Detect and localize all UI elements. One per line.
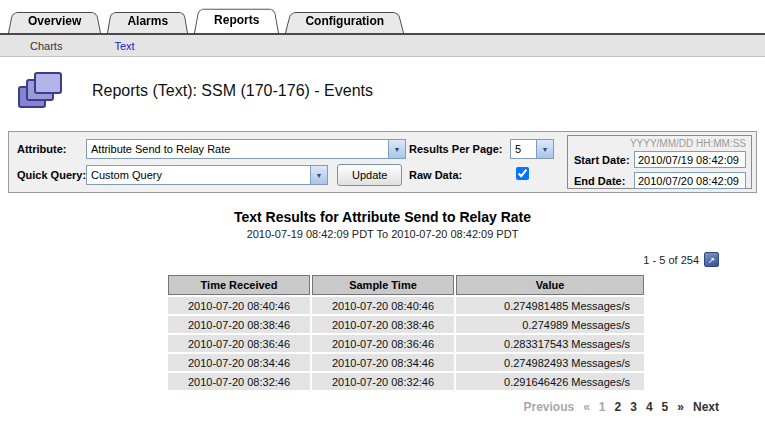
tab-configuration-label: Configuration — [305, 14, 384, 28]
reports-text-page: Overview Alarms Reports Configuration Ch… — [0, 0, 765, 423]
query-panel: Attribute: Attribute Send to Relay Rate … — [8, 131, 757, 193]
column-header: Value — [456, 275, 644, 295]
table-cell: 2010-07-20 08:34:46 — [312, 354, 454, 371]
table-row: 2010-07-20 08:34:462010-07-20 08:34:460.… — [168, 354, 644, 371]
date-range-box: YYYY/MM/DD HH:MM:SS Start Date: End Date… — [567, 135, 752, 189]
pagination-pages: 12345 — [599, 400, 668, 414]
quick-query-select[interactable]: Custom Query — [86, 165, 328, 185]
tab-configuration[interactable]: Configuration — [285, 10, 404, 33]
attribute-select-value: Attribute Send to Relay Rate — [87, 143, 388, 155]
table-cell: 2010-07-20 08:38:46 — [168, 316, 310, 333]
results-per-page-label: Results Per Page: — [409, 143, 503, 155]
tab-overview-label: Overview — [28, 14, 81, 28]
column-header: Time Received — [168, 275, 310, 295]
start-date-input[interactable] — [634, 151, 746, 168]
chevron-down-icon — [310, 166, 327, 184]
update-button[interactable]: Update — [337, 164, 402, 186]
table-row: 2010-07-20 08:40:462010-07-20 08:40:460.… — [168, 297, 644, 314]
table-row: 2010-07-20 08:32:462010-07-20 08:32:460.… — [168, 373, 644, 390]
title-block: Reports (Text): SSM (170-176) - Events — [0, 57, 765, 117]
page-number-link[interactable]: 2 — [615, 400, 622, 414]
export-icon[interactable] — [704, 252, 719, 267]
table-cell: 2010-07-20 08:36:46 — [168, 335, 310, 352]
chevron-down-icon — [388, 140, 405, 158]
quick-query-select-value: Custom Query — [87, 169, 310, 181]
reports-stack-icon — [18, 71, 66, 111]
table-cell: 2010-07-20 08:34:46 — [168, 354, 310, 371]
table-cell: 0.291646426 Messages/s — [456, 373, 644, 390]
attribute-label: Attribute: — [17, 143, 67, 155]
range-info: 1 - 5 of 254 — [643, 254, 699, 266]
date-format-hint: YYYY/MM/DD HH:MM:SS — [630, 138, 746, 149]
next-button[interactable]: Next — [693, 400, 719, 414]
pagination: Previous « 12345 » Next — [0, 400, 765, 414]
start-date-label: Start Date: — [574, 154, 630, 166]
results-per-page-select[interactable]: 5 — [510, 139, 554, 159]
column-header: Sample Time — [312, 275, 454, 295]
tab-alarms[interactable]: Alarms — [107, 10, 188, 33]
table-cell: 0.274989 Messages/s — [456, 316, 644, 333]
range-row: 1 - 5 of 254 — [0, 252, 765, 267]
previous-button: Previous — [523, 400, 574, 414]
table-cell: 2010-07-20 08:32:46 — [168, 373, 310, 390]
table-row: 2010-07-20 08:38:462010-07-20 08:38:460.… — [168, 316, 644, 333]
raw-data-checkbox[interactable] — [516, 167, 529, 180]
quick-query-label: Quick Query: — [17, 169, 86, 181]
tab-bar: Overview Alarms Reports Configuration — [0, 0, 765, 35]
table-row: 2010-07-20 08:36:462010-07-20 08:36:460.… — [168, 335, 644, 352]
results-table: Time ReceivedSample TimeValue 2010-07-20… — [166, 273, 646, 392]
previous-arrow-icon: « — [583, 400, 590, 414]
results-table-body: 2010-07-20 08:40:462010-07-20 08:40:460.… — [168, 297, 644, 390]
subnav: Charts Text — [0, 35, 765, 57]
results-subtitle: 2010-07-19 08:42:09 PDT To 2010-07-20 08… — [0, 228, 765, 240]
page-number-link[interactable]: 4 — [646, 400, 653, 414]
table-cell: 2010-07-20 08:36:46 — [312, 335, 454, 352]
table-cell: 0.274982493 Messages/s — [456, 354, 644, 371]
table-cell: 2010-07-20 08:40:46 — [312, 297, 454, 314]
next-arrow-icon[interactable]: » — [677, 400, 684, 414]
end-date-label: End Date: — [574, 175, 625, 187]
results-title: Text Results for Attribute Send to Relay… — [0, 209, 765, 225]
table-cell: 2010-07-20 08:38:46 — [312, 316, 454, 333]
subnav-item-text[interactable]: Text — [114, 35, 134, 56]
attribute-select[interactable]: Attribute Send to Relay Rate — [86, 139, 406, 159]
chevron-down-icon — [536, 140, 553, 158]
results-table-header-row: Time ReceivedSample TimeValue — [168, 275, 644, 295]
end-date-input[interactable] — [634, 172, 746, 189]
tab-reports-label: Reports — [214, 13, 259, 27]
table-cell: 2010-07-20 08:40:46 — [168, 297, 310, 314]
table-cell: 0.274981485 Messages/s — [456, 297, 644, 314]
results-per-page-value: 5 — [511, 143, 536, 155]
tab-reports[interactable]: Reports — [194, 6, 279, 33]
tab-overview[interactable]: Overview — [8, 10, 101, 33]
table-cell: 2010-07-20 08:32:46 — [312, 373, 454, 390]
raw-data-label: Raw Data: — [409, 169, 462, 181]
page-number-link[interactable]: 5 — [662, 400, 669, 414]
page-number-current: 1 — [599, 400, 606, 414]
page-title: Reports (Text): SSM (170-176) - Events — [92, 82, 373, 100]
tab-alarms-label: Alarms — [127, 14, 168, 28]
page-number-link[interactable]: 3 — [630, 400, 637, 414]
table-cell: 0.283317543 Messages/s — [456, 335, 644, 352]
subnav-item-charts[interactable]: Charts — [30, 35, 62, 56]
